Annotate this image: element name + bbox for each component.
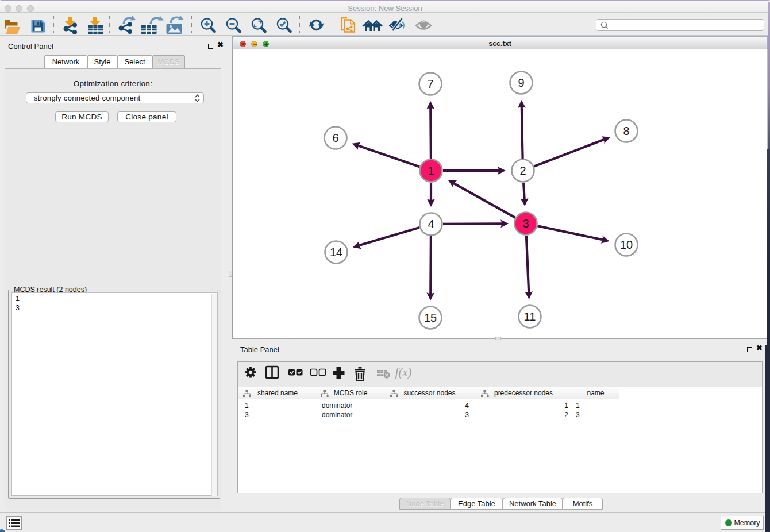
svg-text:9: 9 [518,76,524,89]
svg-text:2: 2 [519,164,526,177]
svg-text:3: 3 [522,217,529,230]
svg-text:7: 7 [427,78,433,90]
svg-text:14: 14 [330,246,342,259]
svg-text:6: 6 [332,132,338,144]
svg-text:f(x): f(x) [395,365,411,379]
svg-text:8: 8 [623,125,629,137]
svg-text:4: 4 [428,218,434,230]
svg-text:11: 11 [524,310,536,323]
svg-text:1: 1 [428,164,434,177]
svg-text:10: 10 [620,238,633,251]
svg-text:15: 15 [424,311,437,324]
